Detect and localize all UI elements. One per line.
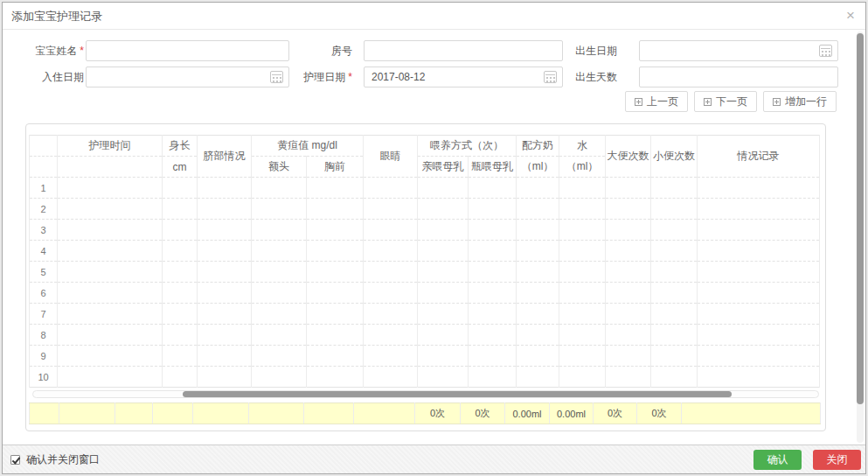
table-cell[interactable] <box>606 304 651 325</box>
table-cell[interactable] <box>163 199 198 220</box>
table-cell[interactable] <box>58 220 163 241</box>
table-cell[interactable] <box>606 346 651 367</box>
table-cell[interactable] <box>364 199 418 220</box>
table-cell[interactable] <box>364 262 418 283</box>
table-cell[interactable] <box>698 241 820 262</box>
vertical-scrollbar-thumb[interactable] <box>857 33 864 404</box>
table-cell[interactable] <box>698 325 820 346</box>
table-cell[interactable] <box>307 178 364 199</box>
table-cell[interactable] <box>651 220 698 241</box>
table-cell[interactable] <box>364 283 418 304</box>
table-cell[interactable] <box>198 241 252 262</box>
table-cell[interactable] <box>559 346 606 367</box>
table-cell[interactable] <box>163 325 198 346</box>
table-cell[interactable] <box>418 367 469 388</box>
table-cell[interactable] <box>418 199 469 220</box>
table-cell[interactable] <box>517 325 559 346</box>
table-cell[interactable] <box>198 304 252 325</box>
table-cell[interactable] <box>364 241 418 262</box>
table-cell[interactable] <box>418 325 469 346</box>
table-cell[interactable] <box>198 283 252 304</box>
table-cell[interactable] <box>307 304 364 325</box>
table-cell[interactable] <box>651 283 698 304</box>
table-cell[interactable] <box>418 283 469 304</box>
table-cell[interactable] <box>364 304 418 325</box>
table-cell[interactable] <box>651 199 698 220</box>
table-cell[interactable] <box>418 304 469 325</box>
table-cell[interactable] <box>559 367 606 388</box>
table-cell[interactable] <box>559 178 606 199</box>
table-cell[interactable] <box>163 367 198 388</box>
table-cell[interactable] <box>252 178 307 199</box>
table-cell[interactable] <box>559 325 606 346</box>
table-cell[interactable] <box>307 346 364 367</box>
table-cell[interactable] <box>198 367 252 388</box>
table-cell[interactable] <box>698 220 820 241</box>
table-cell[interactable] <box>198 346 252 367</box>
table-cell[interactable] <box>364 367 418 388</box>
horizontal-scrollbar[interactable] <box>32 390 819 398</box>
table-cell[interactable] <box>418 262 469 283</box>
checkin-date-input[interactable] <box>86 66 289 88</box>
table-cell[interactable] <box>364 220 418 241</box>
table-cell[interactable] <box>163 304 198 325</box>
table-cell[interactable] <box>517 283 559 304</box>
close-button[interactable]: 关闭 <box>813 450 861 470</box>
confirm-close-checkbox-group[interactable]: 确认并关闭窗口 <box>10 445 100 474</box>
table-cell[interactable] <box>58 241 163 262</box>
table-cell[interactable] <box>651 325 698 346</box>
table-cell[interactable] <box>651 178 698 199</box>
baby-name-input[interactable] <box>86 40 289 61</box>
table-cell[interactable] <box>606 262 651 283</box>
table-cell[interactable] <box>307 220 364 241</box>
table-cell[interactable] <box>469 325 517 346</box>
table-cell[interactable] <box>252 283 307 304</box>
table-cell[interactable] <box>469 283 517 304</box>
table-cell[interactable] <box>698 304 820 325</box>
table-cell[interactable] <box>469 241 517 262</box>
table-cell[interactable] <box>418 220 469 241</box>
table-cell[interactable] <box>163 220 198 241</box>
table-cell[interactable] <box>469 304 517 325</box>
table-cell[interactable] <box>252 262 307 283</box>
table-cell[interactable] <box>606 220 651 241</box>
table-cell[interactable] <box>418 346 469 367</box>
table-cell[interactable] <box>698 178 820 199</box>
confirm-button[interactable]: 确认 <box>753 450 802 470</box>
table-cell[interactable] <box>517 220 559 241</box>
table-cell[interactable] <box>517 178 559 199</box>
prev-page-button[interactable]: 上一页 <box>625 91 688 112</box>
table-cell[interactable] <box>606 178 651 199</box>
birth-date-input[interactable] <box>639 40 838 61</box>
table-cell[interactable] <box>651 241 698 262</box>
vertical-scrollbar[interactable] <box>857 32 864 443</box>
table-cell[interactable] <box>606 241 651 262</box>
next-page-button[interactable]: 下一页 <box>694 91 757 112</box>
table-cell[interactable] <box>469 199 517 220</box>
table-cell[interactable] <box>698 199 820 220</box>
table-cell[interactable] <box>606 283 651 304</box>
table-cell[interactable] <box>307 262 364 283</box>
table-cell[interactable] <box>307 199 364 220</box>
table-cell[interactable] <box>469 262 517 283</box>
table-cell[interactable] <box>559 262 606 283</box>
table-cell[interactable] <box>198 178 252 199</box>
table-cell[interactable] <box>517 346 559 367</box>
calendar-icon[interactable] <box>819 45 832 57</box>
table-cell[interactable] <box>559 241 606 262</box>
table-cell[interactable] <box>163 241 198 262</box>
table-cell[interactable] <box>252 346 307 367</box>
table-cell[interactable] <box>198 262 252 283</box>
table-cell[interactable] <box>469 346 517 367</box>
close-icon[interactable]: × <box>846 7 855 24</box>
table-cell[interactable] <box>698 262 820 283</box>
table-cell[interactable] <box>517 367 559 388</box>
table-cell[interactable] <box>517 241 559 262</box>
table-cell[interactable] <box>58 304 163 325</box>
table-cell[interactable] <box>559 304 606 325</box>
table-cell[interactable] <box>307 367 364 388</box>
table-cell[interactable] <box>307 283 364 304</box>
table-cell[interactable] <box>252 220 307 241</box>
table-cell[interactable] <box>606 367 651 388</box>
table-cell[interactable] <box>198 199 252 220</box>
